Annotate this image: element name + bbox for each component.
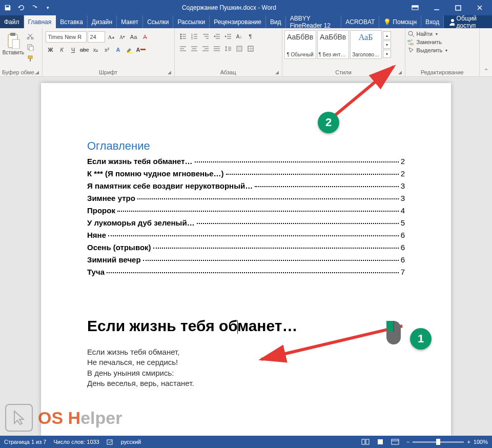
copy-icon[interactable] bbox=[26, 43, 35, 52]
toc-line[interactable]: Няне6 bbox=[87, 231, 405, 239]
tab-acrobat[interactable]: ACROBAT bbox=[341, 15, 379, 28]
toc-line[interactable]: У лукоморья дуб зеленый…5 bbox=[87, 218, 405, 227]
styles-up-icon[interactable]: ▴ bbox=[383, 31, 391, 39]
tab-abbyy[interactable]: ABBYY FineReader 12 bbox=[286, 15, 342, 28]
justify-icon[interactable] bbox=[212, 44, 222, 54]
font-color-icon[interactable]: A bbox=[136, 45, 146, 55]
sort-icon[interactable]: A↓ bbox=[234, 31, 244, 42]
toc-line[interactable]: Я памятник себе воздвиг нерукотворный…3 bbox=[87, 181, 405, 190]
tab-login[interactable]: Вход bbox=[421, 15, 444, 28]
print-layout-icon[interactable] bbox=[377, 439, 384, 445]
tab-layout[interactable]: Макет bbox=[117, 15, 143, 28]
toc-line[interactable]: Если жизнь тебя обманет…2 bbox=[87, 157, 405, 166]
tab-references[interactable]: Ссылки bbox=[143, 15, 173, 28]
find-button[interactable]: Найти▾ bbox=[407, 30, 448, 37]
toc-line[interactable]: Осень (отрывок)6 bbox=[87, 243, 405, 252]
maximize-icon[interactable] bbox=[448, 0, 468, 15]
dialog-launcher-icon[interactable]: ◢ bbox=[35, 70, 39, 75]
shading-icon[interactable] bbox=[234, 44, 244, 54]
dialog-launcher-icon[interactable]: ◢ bbox=[275, 70, 279, 75]
minimize-icon[interactable] bbox=[426, 0, 447, 15]
line-spacing-icon[interactable] bbox=[223, 44, 233, 54]
web-layout-icon[interactable] bbox=[391, 439, 399, 445]
status-words[interactable]: Число слов: 1033 bbox=[53, 439, 99, 445]
select-button[interactable]: Выделить▾ bbox=[407, 47, 448, 54]
tab-home[interactable]: Главная bbox=[24, 15, 56, 28]
close-icon[interactable] bbox=[469, 0, 490, 15]
styles-down-icon[interactable]: ▾ bbox=[383, 40, 391, 49]
style-normal[interactable]: АаБбВв ¶ Обычный bbox=[284, 30, 316, 59]
font-size-input[interactable]: 24 bbox=[88, 31, 105, 43]
cut-icon[interactable] bbox=[26, 31, 35, 40]
toc-page: 2 bbox=[401, 169, 405, 178]
share-button[interactable]: Общий доступ bbox=[444, 15, 492, 28]
text-effects-icon[interactable]: A bbox=[113, 45, 124, 55]
shrink-font-icon[interactable]: A▾ bbox=[117, 32, 128, 42]
change-case-icon[interactable]: Aa bbox=[129, 32, 139, 42]
numbering-icon[interactable]: 123 bbox=[189, 31, 199, 42]
collapse-ribbon-icon[interactable]: ⌃ bbox=[480, 28, 492, 76]
bold-button[interactable]: Ж bbox=[46, 45, 56, 55]
italic-button[interactable]: К bbox=[57, 45, 67, 55]
window-controls bbox=[405, 0, 490, 15]
format-painter-icon[interactable] bbox=[26, 54, 35, 63]
align-left-icon[interactable] bbox=[178, 44, 188, 54]
borders-icon[interactable] bbox=[245, 44, 256, 54]
superscript-button[interactable]: x² bbox=[102, 45, 112, 55]
style-heading[interactable]: АаБ Заголово… bbox=[350, 30, 382, 59]
tab-mailings[interactable]: Рассылки bbox=[173, 15, 210, 28]
tab-insert[interactable]: Вставка bbox=[56, 15, 88, 28]
toc-page: 6 bbox=[401, 255, 405, 264]
toc-line[interactable]: К *** (Я помню чудное мгновенье…)2 bbox=[87, 169, 405, 178]
font-name-input[interactable]: Times New R bbox=[46, 31, 87, 43]
grow-font-icon[interactable]: A▴ bbox=[106, 32, 116, 42]
group-label-paragraph: Абзац bbox=[220, 69, 236, 75]
dialog-launcher-icon[interactable]: ◢ bbox=[168, 70, 171, 75]
bullets-icon[interactable] bbox=[178, 31, 188, 42]
align-right-icon[interactable] bbox=[200, 44, 211, 54]
status-page[interactable]: Страница 1 из 7 bbox=[4, 439, 46, 445]
svg-rect-6 bbox=[10, 33, 15, 36]
increase-indent-icon[interactable] bbox=[223, 31, 233, 42]
style-no-spacing[interactable]: АаБбВв ¶ Без инте… bbox=[317, 30, 349, 59]
zoom-value[interactable]: 100% bbox=[474, 439, 488, 445]
undo-icon[interactable] bbox=[15, 2, 27, 13]
tab-help[interactable]: 💡Помощн bbox=[379, 15, 421, 28]
read-mode-icon[interactable] bbox=[361, 439, 370, 445]
zoom-slider[interactable] bbox=[413, 441, 464, 443]
align-center-icon[interactable] bbox=[189, 44, 199, 54]
tab-review[interactable]: Рецензирование bbox=[210, 15, 266, 28]
toc-line[interactable]: Зимний вечер6 bbox=[87, 255, 405, 264]
svg-rect-13 bbox=[30, 58, 31, 62]
ribbon: Вставить Буфер обме…◢ Times New R 24 A▴ … bbox=[0, 28, 492, 77]
show-marks-icon[interactable]: ¶ bbox=[245, 31, 256, 42]
underline-button[interactable]: Ч bbox=[68, 45, 78, 55]
toc-title[interactable]: Оглавление bbox=[87, 139, 405, 153]
proofing-icon[interactable] bbox=[107, 438, 114, 445]
decrease-indent-icon[interactable] bbox=[212, 31, 222, 42]
replace-button[interactable]: abacЗаменить bbox=[407, 38, 448, 46]
toc-line[interactable]: Туча7 bbox=[87, 268, 405, 276]
tab-design[interactable]: Дизайн bbox=[88, 15, 117, 28]
save-icon[interactable] bbox=[2, 2, 13, 13]
highlight-icon[interactable] bbox=[125, 45, 135, 55]
zoom-out-icon[interactable]: − bbox=[406, 439, 409, 445]
status-language[interactable]: русский bbox=[121, 439, 141, 445]
styles-more-icon[interactable]: ▾ bbox=[383, 50, 391, 58]
multilevel-icon[interactable] bbox=[200, 31, 211, 42]
group-label-clipboard: Буфер обме… bbox=[2, 69, 40, 75]
zoom-in-icon[interactable]: + bbox=[467, 439, 470, 445]
subscript-button[interactable]: x₂ bbox=[91, 45, 101, 55]
toc-line[interactable]: Зимнее утро3 bbox=[87, 194, 405, 202]
clear-format-icon[interactable]: A̶ bbox=[140, 32, 150, 42]
tab-file[interactable]: Файл bbox=[0, 15, 24, 28]
strike-button[interactable]: abc bbox=[79, 45, 90, 55]
qat-more-icon[interactable]: ▾ bbox=[42, 2, 53, 13]
ribbon-display-icon[interactable] bbox=[405, 0, 425, 15]
redo-icon[interactable] bbox=[29, 2, 40, 13]
tab-view[interactable]: Вид bbox=[266, 15, 286, 28]
paste-button[interactable]: Вставить bbox=[2, 29, 25, 55]
svg-point-17 bbox=[180, 36, 181, 37]
document-area[interactable]: Оглавление Если жизнь тебя обманет…2К **… bbox=[0, 77, 492, 436]
toc-line[interactable]: Пророк4 bbox=[87, 206, 405, 215]
